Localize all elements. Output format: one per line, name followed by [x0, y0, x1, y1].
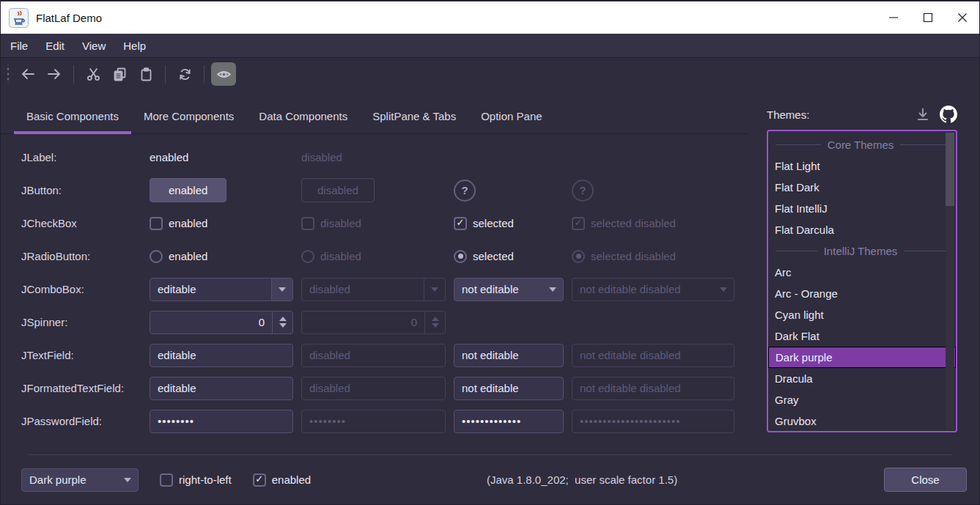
eye-icon [216, 67, 232, 81]
menu-file[interactable]: File [1, 36, 37, 56]
jbutton-help-disabled: ? [572, 180, 594, 202]
jpasswordfield-disabled [301, 410, 446, 433]
themes-group-core: Core Themes [768, 134, 956, 155]
theme-item-flat-darcula[interactable]: Flat Darcula [768, 219, 956, 240]
maximize-button[interactable] [910, 1, 945, 34]
scrollbar-thumb[interactable] [946, 133, 954, 206]
theme-item-cyan-light[interactable]: Cyan light [768, 304, 956, 325]
row-label: JPasswordField: [21, 415, 141, 427]
menu-edit[interactable]: Edit [37, 36, 73, 56]
row-jbutton: JButton: enabled disabled ? ? [21, 174, 748, 207]
cut-button[interactable] [81, 62, 106, 86]
toolbar-grip-handle[interactable] [5, 64, 11, 84]
theme-item-flat-intellij[interactable]: Flat IntelliJ [768, 198, 956, 219]
chevron-down-icon [124, 478, 131, 482]
status-text: (Java 1.8.0_202; user scale factor 1.5) [487, 473, 677, 486]
forward-arrow-icon [47, 67, 62, 81]
main-content: Basic Components More Components Data Co… [1, 90, 979, 456]
jcombobox-editable[interactable]: editable [150, 278, 293, 301]
jbutton-help-enabled[interactable]: ? [454, 180, 476, 202]
theme-item-dracula[interactable]: Dracula [768, 368, 956, 389]
jbutton-enabled[interactable]: enabled [150, 178, 226, 202]
theme-item-dark-purple[interactable]: Dark purple [768, 347, 956, 368]
github-icon[interactable] [940, 106, 957, 123]
close-window-button[interactable] [945, 1, 979, 34]
forward-button[interactable] [42, 62, 67, 86]
theme-selector-combo[interactable]: Dark purple [21, 468, 139, 492]
tab-option-pane[interactable]: Option Pane [468, 103, 554, 134]
tab-more-components[interactable]: More Components [131, 103, 246, 134]
theme-item-arc-orange[interactable]: Arc - Orange [768, 283, 956, 304]
checkbox-icon [150, 217, 163, 230]
enabled-checkbox[interactable]: ✓ enabled [253, 473, 311, 487]
row-jpasswordfield: JPasswordField: [21, 405, 748, 438]
jcombobox-disabled: disabled [301, 278, 446, 301]
jspinner-disabled: 0 [301, 311, 446, 334]
jcheckbox-selected-disabled: ✓selected disabled [572, 217, 734, 230]
jradiobutton-enabled[interactable]: enabled [150, 250, 293, 263]
java-app-icon[interactable] [9, 8, 29, 28]
minimize-button[interactable] [876, 1, 910, 34]
jradiobutton-disabled: disabled [301, 250, 446, 263]
row-label: JLabel: [21, 151, 141, 163]
jradiobutton-selected-disabled: selected disabled [572, 250, 734, 263]
download-icon[interactable] [915, 107, 930, 122]
jpasswordfield-not-editable-disabled [572, 410, 734, 433]
jcombobox-not-editable[interactable]: not editable [454, 278, 564, 301]
radio-selected-icon [572, 250, 585, 263]
jformattedtextfield-not-editable[interactable] [454, 377, 564, 400]
row-label: JComboBox: [21, 283, 141, 295]
row-label: JRadioButton: [21, 250, 141, 262]
spinner-buttons[interactable] [272, 312, 292, 333]
jpasswordfield-editable[interactable] [150, 410, 293, 433]
theme-item-arc[interactable]: Arc [768, 262, 956, 283]
right-to-left-checkbox[interactable]: right-to-left [160, 473, 232, 487]
tab-splitpane-tabs[interactable]: SplitPane & Tabs [360, 103, 468, 134]
menu-help[interactable]: Help [114, 36, 155, 56]
back-arrow-icon [21, 67, 35, 81]
tab-basic-components[interactable]: Basic Components [14, 103, 131, 134]
theme-item-gruvbox[interactable]: Gruvbox [768, 410, 956, 432]
show-hidden-toggle-button[interactable] [211, 62, 236, 86]
jtextfield-editable[interactable] [150, 344, 293, 367]
scissors-icon [86, 67, 100, 81]
checkbox-checked-icon: ✓ [572, 217, 585, 230]
spinner-down-icon [279, 323, 287, 328]
theme-item-flat-light[interactable]: Flat Light [768, 155, 956, 177]
themes-panel: Themes: Core Themes Flat Light Flat Dark… [748, 90, 979, 456]
jpasswordfield-not-editable[interactable] [454, 410, 564, 433]
tab-data-components[interactable]: Data Components [246, 103, 360, 134]
spinner-up-icon [279, 317, 287, 321]
combo-dropdown-button[interactable] [117, 469, 138, 491]
jcombobox-not-editable-disabled: not editable disabled [572, 278, 734, 301]
combo-dropdown-button[interactable] [542, 279, 563, 301]
jcheckbox-selected[interactable]: ✓selected [454, 217, 564, 230]
theme-item-dark-flat[interactable]: Dark Flat [768, 325, 956, 347]
refresh-button[interactable] [172, 62, 197, 86]
themes-header: Themes: [767, 106, 957, 123]
jradiobutton-selected[interactable]: selected [454, 250, 564, 263]
copy-button[interactable] [107, 62, 132, 86]
jformattedtextfield-editable[interactable] [150, 377, 293, 400]
paste-button[interactable] [133, 62, 158, 86]
theme-item-gray[interactable]: Gray [768, 389, 956, 410]
themes-scrollbar[interactable] [946, 133, 954, 430]
close-button[interactable]: Close [884, 468, 967, 492]
app-window: FlatLaf Demo File Edit View Help [0, 0, 980, 505]
checkbox-icon [160, 473, 173, 487]
jcheckbox-enabled[interactable]: enabled [150, 217, 293, 230]
row-label: JButton: [21, 184, 141, 196]
checkbox-icon [301, 217, 314, 230]
jspinner-enabled[interactable]: 0 [150, 311, 293, 334]
chevron-down-icon [279, 287, 286, 292]
combo-dropdown-button[interactable] [271, 279, 292, 301]
jformattedtextfield-disabled [301, 377, 446, 400]
theme-item-flat-dark[interactable]: Flat Dark [768, 177, 956, 198]
back-button[interactable] [15, 62, 40, 86]
copy-icon [113, 67, 127, 81]
menu-view[interactable]: View [73, 36, 114, 56]
jtextfield-not-editable[interactable] [454, 344, 564, 367]
row-jcombobox: JComboBox: editable disabled not editabl… [21, 273, 748, 306]
bottom-bar: Dark purple right-to-left ✓ enabled (Jav… [1, 454, 979, 504]
refresh-icon [178, 67, 192, 81]
